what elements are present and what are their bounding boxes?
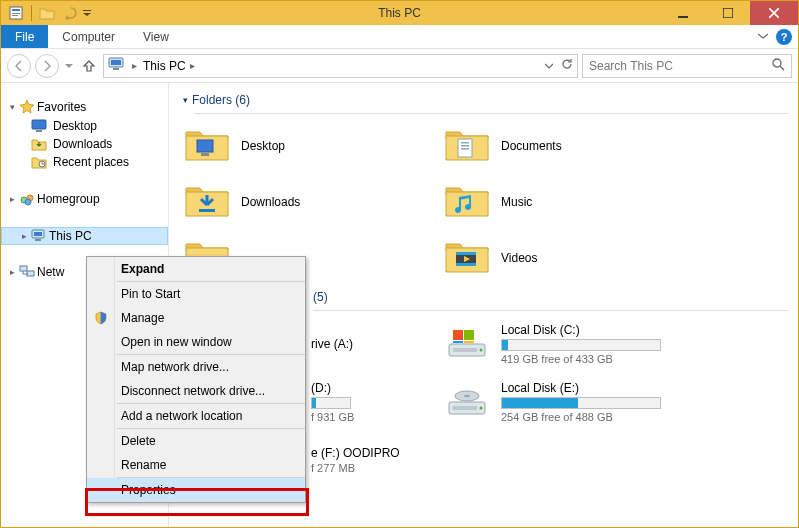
star-icon: [19, 99, 35, 115]
tab-view[interactable]: View: [129, 25, 183, 48]
menu-item-expand[interactable]: Expand: [87, 257, 305, 281]
back-button[interactable]: [7, 54, 31, 78]
svg-rect-26: [461, 145, 469, 147]
context-menu: Expand Pin to Start Manage Open in new w…: [86, 256, 306, 503]
breadcrumb[interactable]: This PC▸: [143, 59, 195, 73]
section-label: Folders (6): [192, 93, 250, 107]
tree-item-desktop[interactable]: Desktop: [1, 117, 168, 135]
help-icon[interactable]: ?: [776, 29, 792, 45]
svg-point-40: [480, 407, 483, 410]
window-buttons: [660, 1, 798, 25]
collapse-icon[interactable]: ▾: [183, 95, 188, 105]
close-button[interactable]: [750, 1, 798, 25]
history-dropdown-icon[interactable]: [63, 62, 75, 70]
tree-label: Homegroup: [37, 192, 100, 206]
folder-icon: [443, 234, 491, 282]
drive-e[interactable]: Local Disk (E:) 254 GB free of 488 GB: [443, 373, 703, 431]
menu-label: Expand: [121, 262, 164, 276]
menu-item-pin[interactable]: Pin to Start: [87, 282, 305, 306]
svg-rect-30: [456, 263, 476, 266]
tab-computer[interactable]: Computer: [48, 25, 129, 48]
minimize-button[interactable]: [660, 1, 705, 25]
search-placeholder: Search This PC: [589, 59, 673, 73]
svg-rect-35: [464, 330, 474, 340]
usage-bar: [501, 397, 661, 409]
menu-item-delete[interactable]: Delete: [87, 429, 305, 453]
forward-button[interactable]: [35, 54, 59, 78]
svg-point-10: [773, 59, 781, 67]
menu-item-manage[interactable]: Manage: [87, 306, 305, 330]
ribbon: File Computer View ?: [1, 25, 798, 49]
qat-menu-chevron-icon[interactable]: [82, 9, 92, 17]
svg-point-33: [480, 349, 483, 352]
tree-label: Desktop: [53, 119, 97, 133]
folder-videos[interactable]: Videos: [443, 230, 703, 286]
expand-icon[interactable]: ▸: [19, 231, 29, 241]
menu-item-properties[interactable]: Properties: [87, 478, 305, 502]
svg-rect-29: [456, 252, 476, 255]
tree-label: Netw: [37, 265, 64, 279]
drive-c[interactable]: Local Disk (C:) 419 GB free of 433 GB: [443, 315, 703, 373]
folder-documents[interactable]: Documents: [443, 118, 703, 174]
svg-rect-32: [453, 348, 477, 352]
folder-music[interactable]: Music: [443, 174, 703, 230]
menu-item-add-location[interactable]: Add a network location: [87, 404, 305, 428]
drive-name-suffix: rive (A:): [311, 337, 353, 351]
svg-rect-25: [461, 142, 469, 144]
menu-label: Pin to Start: [121, 287, 180, 301]
folder-desktop[interactable]: Desktop: [183, 118, 443, 174]
svg-rect-4: [83, 10, 91, 11]
folder-icon: [443, 122, 491, 170]
explorer-window: This PC File Computer View ? ▸ This PC▸: [0, 0, 799, 528]
properties-icon[interactable]: [7, 4, 25, 22]
ribbon-expand-chevron-icon[interactable]: [758, 30, 768, 44]
desktop-icon: [31, 119, 47, 133]
drive-d[interactable]: (D:) f 931 GB: [311, 373, 443, 431]
section-label-suffix: (5): [313, 290, 328, 304]
expand-icon[interactable]: ▸: [7, 267, 17, 277]
tree-item-recent[interactable]: Recent places: [1, 153, 168, 171]
tree-item-downloads[interactable]: Downloads: [1, 135, 168, 153]
menu-label: Add a network location: [121, 409, 242, 423]
drive-sub: 254 GB free of 488 GB: [501, 411, 661, 423]
menu-item-disconnect-drive[interactable]: Disconnect network drive...: [87, 379, 305, 403]
svg-rect-6: [723, 8, 733, 18]
chevron-right-icon[interactable]: ▸: [132, 60, 137, 71]
menu-label: Properties: [121, 483, 176, 497]
chevron-right-icon[interactable]: ▸: [190, 60, 195, 71]
undo-icon[interactable]: [60, 4, 78, 22]
address-bar[interactable]: ▸ This PC▸: [103, 54, 578, 78]
expand-icon[interactable]: ▸: [7, 194, 17, 204]
svg-point-42: [464, 395, 470, 398]
collapse-icon[interactable]: ▾: [7, 102, 17, 112]
drive-floppy[interactable]: rive (A:): [311, 315, 443, 373]
search-input[interactable]: Search This PC: [582, 54, 792, 78]
navbar: ▸ This PC▸ Search This PC: [1, 49, 798, 83]
drive-f[interactable]: e (F:) OODIPRO f 277 MB: [311, 431, 443, 489]
tree-homegroup[interactable]: ▸ Homegroup: [1, 189, 168, 209]
refresh-icon[interactable]: [561, 58, 573, 73]
maximize-button[interactable]: [705, 1, 750, 25]
menu-label: Disconnect network drive...: [121, 384, 265, 398]
svg-rect-8: [111, 60, 121, 65]
folder-label: Videos: [501, 251, 537, 265]
section-devices-header[interactable]: (5): [313, 290, 788, 304]
divider: [195, 113, 788, 114]
svg-rect-21: [27, 271, 34, 276]
tree-label: Recent places: [53, 155, 129, 169]
section-folders-header[interactable]: ▾ Folders (6): [183, 93, 788, 107]
menu-item-rename[interactable]: Rename: [87, 453, 305, 477]
svg-rect-9: [113, 68, 119, 70]
up-button[interactable]: [79, 56, 99, 76]
menu-item-open-new[interactable]: Open in new window: [87, 330, 305, 354]
new-folder-icon[interactable]: [38, 4, 56, 22]
drive-name: Local Disk (C:): [501, 323, 661, 337]
window-title: This PC: [378, 6, 421, 20]
tree-thispc[interactable]: ▸ This PC: [1, 227, 168, 245]
menu-item-map-drive[interactable]: Map network drive...: [87, 355, 305, 379]
folder-downloads[interactable]: Downloads: [183, 174, 443, 230]
tree-favorites[interactable]: ▾ Favorites: [1, 97, 168, 117]
file-tab[interactable]: File: [1, 25, 48, 48]
drive-sub: 419 GB free of 433 GB: [501, 353, 661, 365]
address-dropdown-icon[interactable]: [545, 59, 553, 73]
